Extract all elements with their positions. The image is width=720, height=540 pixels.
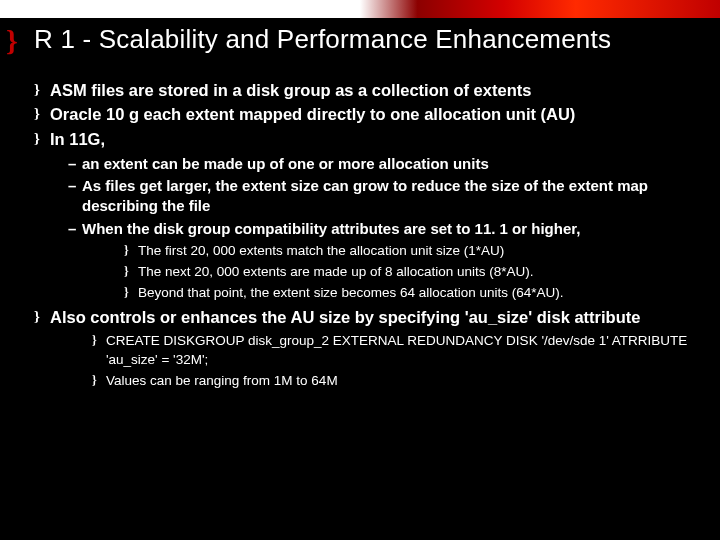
bullet-item: In 11G, an extent can be made up of one … (34, 128, 696, 303)
bullet-text: Also controls or enhances the AU size by… (50, 308, 640, 326)
subsub-bullet-item: Values can be ranging from 1M to 64M (50, 372, 696, 391)
sub-bullet-item: When the disk group compatibility attrib… (50, 219, 696, 303)
subsub-bullet-item: CREATE DISKGROUP disk_group_2 EXTERNAL R… (50, 332, 696, 370)
slide-title: R 1 - Scalability and Performance Enhanc… (34, 24, 696, 55)
bullet-item: Oracle 10 g each extent mapped directly … (34, 103, 696, 125)
sub-bullet-text: When the disk group compatibility attrib… (82, 220, 580, 237)
slide-body: R 1 - Scalability and Performance Enhanc… (34, 24, 696, 522)
bullet-list: ASM files are stored in a disk group as … (34, 79, 696, 390)
bullet-item: ASM files are stored in a disk group as … (34, 79, 696, 101)
sub-bullet-item: an extent can be made up of one or more … (50, 154, 696, 174)
bullet-item: Also controls or enhances the AU size by… (34, 306, 696, 390)
sub-bullet-item: As files get larger, the extent size can… (50, 176, 696, 217)
header-accent-bar (0, 0, 720, 18)
subsub-bullet-item: The next 20, 000 extents are made up of … (82, 263, 696, 282)
side-brace-icon: } (6, 26, 18, 56)
subsub-bullet-list: CREATE DISKGROUP disk_group_2 EXTERNAL R… (50, 332, 696, 391)
subsub-bullet-item: Beyond that point, the extent size becom… (82, 284, 696, 303)
subsub-bullet-item: The first 20, 000 extents match the allo… (82, 242, 696, 261)
bullet-text: In 11G, (50, 130, 105, 148)
sub-bullet-list: an extent can be made up of one or more … (50, 154, 696, 303)
subsub-bullet-list: The first 20, 000 extents match the allo… (82, 242, 696, 303)
